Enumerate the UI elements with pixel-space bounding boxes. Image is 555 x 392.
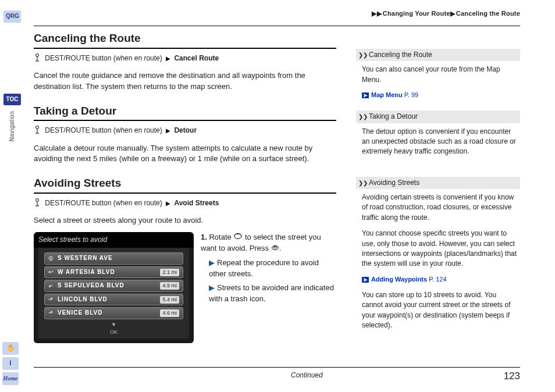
street-name: W ARTESIA BLVD	[58, 268, 160, 277]
turn-icon: ◎	[48, 254, 58, 263]
embedded-screenshot: Select streets to avoid ◎S WESTERN AVE↩W…	[34, 232, 194, 343]
section-label: Navigation	[8, 111, 17, 141]
street-distance: 4.6 mi	[160, 309, 179, 317]
xref-map-menu[interactable]: ➤Map Menu P. 99	[362, 91, 518, 100]
dial-icon	[233, 233, 243, 241]
xref-waypoints[interactable]: ➤Adding Waypoints P. 124	[362, 275, 518, 284]
svg-point-0	[36, 54, 39, 56]
steps: 1. Rotate to select the street you want …	[201, 232, 336, 343]
street-distance: 4.9 mi	[160, 282, 179, 290]
street-row[interactable]: ◎S WESTERN AVE	[44, 252, 183, 265]
play-icon: ▶	[166, 127, 170, 134]
dest-icon	[34, 54, 41, 65]
path-cancel: DEST/ROUTE button (when en route) ▶ Canc…	[34, 54, 336, 65]
link-icon: ➤	[362, 92, 369, 98]
turn-icon: ⬏	[48, 295, 58, 304]
path-cancel-pre: DEST/ROUTE button (when en route)	[45, 54, 162, 62]
street-row[interactable]: ⬏VENICE BLVD4.6 mi	[44, 307, 183, 319]
toc-tab[interactable]: TOC	[3, 94, 21, 106]
dest-icon	[34, 198, 41, 209]
info-detour: ❯❯Taking a Detour The detour option is c…	[356, 111, 520, 157]
street-row[interactable]: ⬏LINCOLN BLVD5.4 mi	[44, 294, 183, 306]
svg-point-5	[273, 246, 277, 248]
turn-icon: ⬏	[48, 309, 58, 318]
rule-bottom	[34, 367, 520, 368]
turn-icon: ⬐	[48, 281, 58, 290]
breadcrumb-bullets: ▶▶	[372, 10, 381, 17]
path-avoid: DEST/ROUTE button (when en route) ▶ Avoi…	[34, 198, 336, 209]
play-icon: ▶	[166, 200, 170, 206]
street-distance: 2.1 mi	[160, 269, 179, 276]
chevrons-icon: ❯❯	[358, 52, 368, 58]
qrg-tab[interactable]: QRG	[3, 10, 21, 23]
street-row[interactable]: ⬐S SEPULVEDA BLVD4.9 mi	[44, 280, 183, 292]
info-head-detour: ❯❯Taking a Detour	[356, 111, 520, 123]
chevrons-icon: ❯❯	[358, 113, 368, 120]
heading-detour: Taking a Detour	[34, 103, 336, 122]
info-icon[interactable]: i	[2, 357, 19, 370]
step-1: 1. Rotate to select the street you want …	[201, 232, 336, 254]
continued-label: Continued	[291, 370, 323, 380]
play-icon: ▶	[166, 55, 170, 62]
svg-point-1	[36, 126, 39, 129]
info-avoid-p2: You cannot choose specific streets you w…	[362, 229, 518, 269]
home-icon[interactable]: Home	[2, 372, 19, 385]
info-column: ❯❯Canceling the Route You can also cance…	[356, 49, 520, 341]
step-row: Select streets to avoid ◎S WESTERN AVE↩W…	[34, 232, 336, 343]
press-icon	[271, 244, 279, 252]
info-head-cancel: ❯❯Canceling the Route	[356, 49, 520, 61]
avoid-body: Select a street or streets along your ro…	[34, 215, 336, 226]
sub-1: ▶Repeat the procedure to avoid other str…	[209, 258, 336, 280]
info-avoid: ❯❯Avoiding Streets Avoiding certain stre…	[356, 177, 520, 331]
info-cancel: ❯❯Canceling the Route You can also cance…	[356, 49, 520, 100]
street-row[interactable]: ↩W ARTESIA BLVD2.1 mi	[44, 266, 183, 279]
info-head-avoid: ❯❯Avoiding Streets	[356, 177, 520, 189]
page-number: 123	[504, 369, 520, 384]
detour-body: Calculate a detour route manually. The s…	[34, 143, 336, 165]
info-detour-p1: The detour option is convenient if you e…	[362, 127, 518, 157]
ok-label: ▼OK	[44, 321, 183, 336]
breadcrumb-b[interactable]: Canceling the Route	[456, 10, 520, 17]
screenshot-body: ◎S WESTERN AVE↩W ARTESIA BLVD2.1 mi⬐S SE…	[34, 248, 194, 343]
path-detour-target: Detour	[174, 126, 197, 134]
path-avoid-pre: DEST/ROUTE button (when en route)	[45, 199, 162, 207]
main-column: Canceling the Route DEST/ROUTE button (w…	[34, 30, 336, 343]
triangle-icon: ▶	[209, 283, 215, 292]
voice-icon[interactable]: ✋	[2, 342, 19, 355]
breadcrumb-a[interactable]: Changing Your Route	[383, 10, 450, 17]
street-name: S SEPULVEDA BLVD	[58, 281, 160, 290]
info-cancel-p1: You can also cancel your route from the …	[362, 65, 518, 85]
cancel-body: Cancel the route guidance and remove the…	[34, 70, 336, 92]
dest-icon	[34, 126, 41, 137]
path-cancel-target: Cancel Route	[174, 54, 219, 62]
street-name: S WESTERN AVE	[58, 254, 179, 263]
street-name: VENICE BLVD	[58, 309, 160, 318]
street-distance: 5.4 mi	[160, 296, 179, 304]
svg-point-2	[36, 198, 39, 201]
info-avoid-p1: Avoiding certain streets is convenient i…	[362, 193, 518, 223]
heading-cancel: Canceling the Route	[34, 30, 336, 49]
screenshot-title: Select streets to avoid	[34, 232, 194, 248]
link-icon: ➤	[362, 277, 369, 283]
info-avoid-p3: You can store up to 10 streets to avoid.…	[362, 290, 518, 331]
street-name: LINCOLN BLVD	[58, 295, 160, 304]
triangle-icon: ▶	[209, 258, 215, 267]
side-tabs: QRG TOC Navigation	[2, 10, 23, 141]
path-avoid-target: Avoid Streets	[174, 199, 219, 207]
breadcrumb: ▶▶Changing Your Route▶Canceling the Rout…	[372, 9, 520, 19]
chevrons-icon: ❯❯	[358, 180, 368, 186]
rule-top	[34, 26, 520, 26]
path-detour-pre: DEST/ROUTE button (when en route)	[45, 126, 162, 134]
side-nav-icons: ✋ i Home	[2, 342, 19, 385]
breadcrumb-sep: ▶	[450, 10, 455, 17]
turn-icon: ↩	[48, 268, 58, 277]
path-detour: DEST/ROUTE button (when en route) ▶ Deto…	[34, 126, 336, 137]
sub-2: ▶Streets to be avoided are indicated wit…	[209, 283, 336, 305]
heading-avoid: Avoiding Streets	[34, 175, 336, 194]
step-number: 1.	[201, 233, 207, 241]
